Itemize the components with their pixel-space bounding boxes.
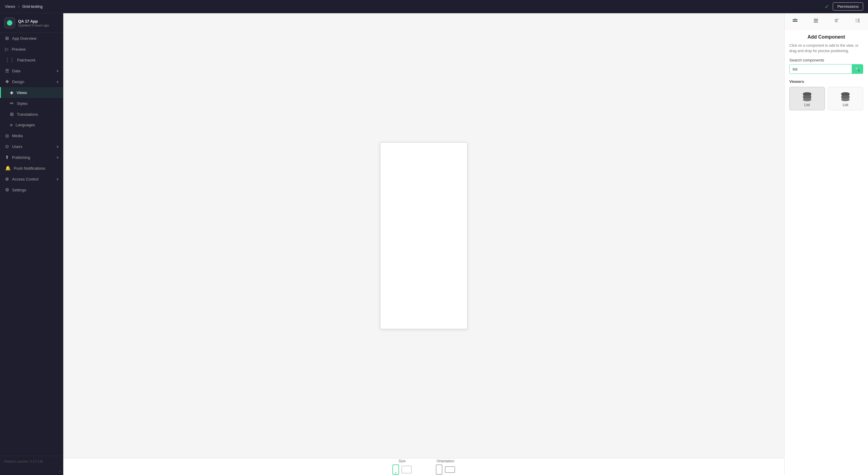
permissions-button[interactable]: Permissions <box>833 2 863 10</box>
sidebar-item-label: Settings <box>12 188 26 192</box>
svg-point-15 <box>841 98 849 101</box>
sidebar-item-label: Languages <box>16 123 35 127</box>
chevron-down-icon: ∨ <box>56 156 59 159</box>
sidebar-item-label: Publishing <box>12 155 30 160</box>
svg-rect-8 <box>855 19 857 23</box>
component-card-list-1[interactable]: List <box>789 87 825 110</box>
canvas-area: Size Orientation <box>63 13 784 475</box>
sidebar-item-users[interactable]: ⊙ Users ∨ <box>0 141 63 152</box>
sidebar-item-label: Design <box>12 80 24 84</box>
panel-content: Add Component Click on a component to ad… <box>784 30 868 475</box>
list-component-icon <box>801 92 813 103</box>
component-name: List <box>804 103 810 107</box>
tablet-size-icon[interactable] <box>401 466 412 474</box>
right-panel: Add Component Click on a component to ad… <box>784 13 868 475</box>
breadcrumb: Views > Grid-testing <box>5 4 42 9</box>
svg-point-12 <box>803 98 811 101</box>
search-button[interactable]: 🔍 <box>852 64 863 73</box>
add-layers-icon <box>792 18 798 24</box>
patchwork-icon: ⋮⋮ <box>5 57 14 63</box>
bell-icon: 🔔 <box>5 165 11 171</box>
orientation-section: Orientation <box>436 459 455 475</box>
sidebar-item-translations[interactable]: ⊞ Translations <box>0 109 63 120</box>
svg-rect-1 <box>793 21 798 22</box>
panel-tab-layers[interactable] <box>810 16 822 26</box>
breadcrumb-current: Grid-testing <box>22 4 42 9</box>
media-icon: ◎ <box>5 133 9 138</box>
landscape-orientation-icon[interactable] <box>445 466 455 473</box>
data-icon: ☰ <box>5 68 9 73</box>
panel-tab-properties[interactable] <box>831 16 843 26</box>
sidebar-item-label: Push Notifications <box>14 166 45 170</box>
size-icons <box>393 465 412 475</box>
component-card-list-2[interactable]: List <box>828 87 864 110</box>
sidebar-item-access-control[interactable]: ⊕ Access Control ∨ <box>0 173 63 185</box>
app-icon <box>4 18 15 28</box>
chevron-down-icon: ∨ <box>56 69 59 73</box>
sidebar-item-settings[interactable]: ⚙ Settings <box>0 185 63 195</box>
users-icon: ⊙ <box>5 144 9 149</box>
size-section: Size <box>393 459 412 475</box>
search-components-label: Search components <box>789 58 863 62</box>
app-updated: Updated 9 hours ago <box>18 24 49 27</box>
grid-icon: ⊞ <box>5 36 9 41</box>
svg-rect-0 <box>793 19 798 20</box>
chevron-down-icon: ∨ <box>56 177 59 181</box>
phone-size-icon[interactable] <box>393 465 399 475</box>
breadcrumb-separator: > <box>18 4 20 9</box>
shield-icon: ⊕ <box>5 176 9 182</box>
app-name: QA 17 App <box>18 19 49 24</box>
topbar-right: ✓ Permissions <box>825 2 863 10</box>
panel-tab-theme[interactable] <box>851 16 864 26</box>
sidebar-item-views[interactable]: ◈ Views <box>0 87 63 98</box>
sidebar-item-label: Access Control <box>12 177 38 182</box>
sidebar-item-media[interactable]: ◎ Media <box>0 130 63 141</box>
panel-tabs <box>784 13 868 30</box>
languages-icon: ≡ <box>10 122 13 127</box>
sidebar-item-label: App Overview <box>12 36 36 41</box>
canvas-scroll[interactable] <box>63 13 784 458</box>
panel-tab-add-component[interactable] <box>789 16 801 26</box>
app-icon-circle <box>7 20 12 26</box>
size-label: Size <box>398 459 405 463</box>
sidebar-item-data[interactable]: ☰ Data ∨ <box>0 65 63 76</box>
design-icon: ❖ <box>5 79 9 85</box>
svg-rect-3 <box>814 20 818 21</box>
styles-icon: ✏ <box>10 101 14 106</box>
sidebar-item-label: Translations <box>17 112 38 117</box>
sidebar-item-design[interactable]: ❖ Design ∧ <box>0 76 63 87</box>
sidebar-item-label: Views <box>17 90 27 95</box>
views-icon: ◈ <box>10 90 13 95</box>
component-grid: List List <box>789 87 863 110</box>
orientation-icons <box>436 465 455 475</box>
breadcrumb-parent[interactable]: Views <box>5 4 15 9</box>
portrait-orientation-icon[interactable] <box>436 465 442 475</box>
layers-icon <box>813 18 819 24</box>
sidebar-item-label: Users <box>12 145 22 149</box>
properties-icon <box>834 18 840 24</box>
publishing-icon: ⬆ <box>5 155 9 160</box>
sidebar-item-styles[interactable]: ✏ Styles <box>0 98 63 109</box>
sidebar-item-label: Data <box>12 69 20 73</box>
phone-home-dot <box>395 472 396 474</box>
chevron-down-icon: ∨ <box>56 145 59 149</box>
sidebar-item-push-notifications[interactable]: 🔔 Push Notifications <box>0 163 63 173</box>
sidebar-item-publishing[interactable]: ⬆ Publishing ∨ <box>0 152 63 163</box>
search-input[interactable] <box>789 65 852 73</box>
sidebar-item-app-overview[interactable]: ⊞ App Overview <box>0 33 63 44</box>
viewers-label: Viewers <box>789 79 863 84</box>
sidebar-item-languages[interactable]: ≡ Languages <box>0 120 63 130</box>
svg-rect-2 <box>814 19 818 20</box>
sidebar-item-label: Patchwork <box>17 58 36 62</box>
sidebar: QA 17 App Updated 9 hours ago ⊞ App Over… <box>0 13 63 475</box>
sidebar-collapse-button[interactable]: ‹ <box>0 467 63 475</box>
search-wrapper: 🔍 <box>789 64 863 74</box>
orientation-label: Orientation <box>437 459 455 463</box>
canvas-bottom: Size Orientation <box>63 458 784 475</box>
sidebar-item-label: Styles <box>17 101 27 106</box>
list-component-icon-2 <box>839 92 851 103</box>
viewers-section: Viewers List <box>789 79 863 110</box>
sidebar-item-preview[interactable]: ▷ Preview <box>0 44 63 55</box>
sidebar-item-patchwork[interactable]: ⋮⋮ Patchwork <box>0 55 63 65</box>
svg-rect-9 <box>858 19 860 23</box>
